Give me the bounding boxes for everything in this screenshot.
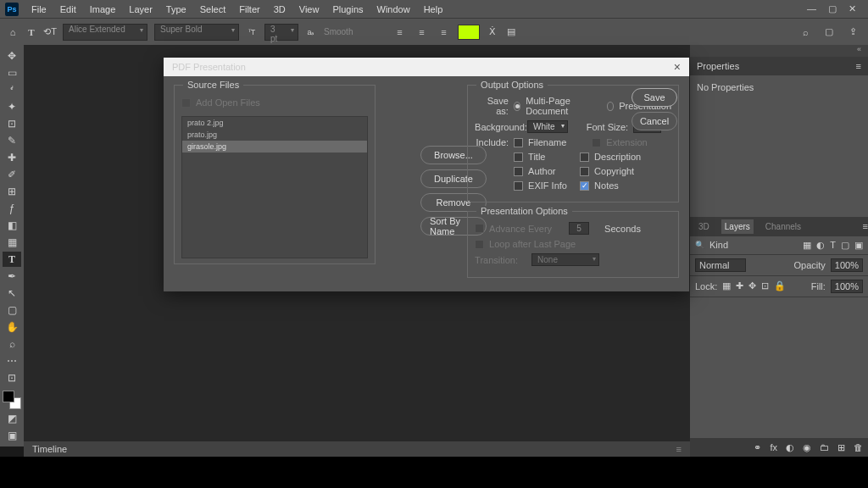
- mask-icon[interactable]: ◐: [786, 442, 794, 453]
- filter-adj-icon[interactable]: ◐: [816, 240, 825, 251]
- gradient-tool[interactable]: ▦: [3, 235, 21, 250]
- align-center-icon[interactable]: ≡: [414, 25, 429, 40]
- menu-layer[interactable]: Layer: [123, 3, 159, 16]
- stamp-tool[interactable]: ⊞: [3, 184, 21, 199]
- minimize-icon[interactable]: —: [807, 3, 816, 14]
- menu-view[interactable]: View: [293, 3, 326, 16]
- description-checkbox[interactable]: [580, 152, 589, 162]
- dialog-close-icon[interactable]: ×: [674, 60, 681, 74]
- search-icon[interactable]: ⌕: [799, 26, 811, 38]
- eraser-tool[interactable]: ◧: [3, 218, 21, 233]
- layer-filter-row: 🔍 Kind ▦ ◐ T ▢ ▣: [690, 236, 868, 255]
- screenmode-icon[interactable]: ▣: [3, 428, 21, 443]
- filename-checkbox[interactable]: [514, 138, 523, 147]
- properties-panel-header[interactable]: Properties ≡: [690, 57, 868, 75]
- workspaces-icon[interactable]: ▢: [823, 26, 835, 38]
- fx-icon[interactable]: fx: [770, 442, 777, 452]
- tab-layers[interactable]: Layers: [721, 219, 754, 234]
- timeline-panel[interactable]: Timeline ≡: [24, 441, 690, 457]
- type-tool[interactable]: T: [3, 252, 21, 267]
- filter-shape-icon[interactable]: ▢: [841, 240, 849, 251]
- notes-checkbox[interactable]: [580, 181, 589, 191]
- menu-edit[interactable]: Edit: [54, 3, 82, 16]
- history-tool[interactable]: ƒ: [3, 201, 21, 216]
- crop-tool[interactable]: ⊡: [3, 116, 21, 131]
- lasso-tool[interactable]: ᔊ: [3, 82, 21, 97]
- shape-tool[interactable]: ▢: [3, 302, 21, 318]
- zoom-tool[interactable]: ⌕: [3, 336, 21, 352]
- edit-toolbar[interactable]: ⊡: [3, 370, 21, 385]
- opacity-input[interactable]: 100%: [831, 258, 863, 272]
- save-button[interactable]: Save: [632, 88, 677, 107]
- menu-image[interactable]: Image: [84, 3, 122, 16]
- lock-pos-icon[interactable]: ✚: [736, 280, 743, 291]
- menu-window[interactable]: Window: [371, 3, 416, 16]
- char-panel-icon[interactable]: ▤: [505, 26, 517, 38]
- new-icon[interactable]: ⊞: [837, 442, 845, 453]
- menu-3d[interactable]: 3D: [268, 3, 292, 16]
- file-item[interactable]: prato 2.jpg: [182, 117, 367, 129]
- menu-select[interactable]: Select: [194, 3, 232, 16]
- aa-select[interactable]: Smooth: [324, 27, 353, 36]
- healing-tool[interactable]: ✚: [3, 150, 21, 165]
- warp-text-icon[interactable]: Ẋ: [487, 26, 498, 38]
- lock-pix-icon[interactable]: ✥: [748, 280, 756, 291]
- text-orientation-icon[interactable]: ⟲T: [44, 26, 56, 38]
- align-left-icon[interactable]: ≡: [392, 25, 407, 40]
- blend-mode-select[interactable]: Normal: [695, 258, 746, 272]
- menu-filter[interactable]: Filter: [233, 3, 265, 16]
- filter-smart-icon[interactable]: ▣: [854, 240, 863, 251]
- brush-tool[interactable]: ✐: [3, 167, 21, 182]
- font-weight-select[interactable]: Super Bold: [154, 24, 239, 41]
- pen-tool[interactable]: ✒: [3, 269, 21, 284]
- presentation-radio[interactable]: [607, 102, 614, 111]
- timeline-menu-icon[interactable]: ≡: [676, 444, 682, 454]
- move-tool[interactable]: ✥: [3, 48, 21, 64]
- lock-all-icon[interactable]: ▦: [722, 280, 731, 291]
- lock-icon[interactable]: 🔒: [774, 280, 786, 291]
- multipage-radio[interactable]: [514, 102, 520, 111]
- menu-type[interactable]: Type: [160, 3, 192, 16]
- lock-nest-icon[interactable]: ⊡: [761, 280, 769, 291]
- maximize-icon[interactable]: ▢: [828, 3, 837, 14]
- menu-help[interactable]: Help: [418, 3, 449, 16]
- file-item[interactable]: prato.jpg: [182, 129, 367, 141]
- exif-checkbox[interactable]: [514, 181, 523, 191]
- filter-type-icon[interactable]: T: [830, 240, 836, 250]
- panel-menu-icon[interactable]: ≡: [856, 61, 861, 71]
- trash-icon[interactable]: 🗑: [854, 442, 863, 452]
- cancel-button[interactable]: Cancel: [632, 112, 677, 130]
- font-family-select[interactable]: Alice Extended: [63, 24, 147, 41]
- more-tool[interactable]: ⋯: [3, 353, 21, 369]
- share-icon[interactable]: ⇪: [847, 26, 859, 38]
- quickmask-icon[interactable]: ◩: [3, 411, 21, 426]
- text-color-swatch[interactable]: [458, 25, 480, 40]
- link-icon[interactable]: ⚭: [754, 442, 761, 453]
- eyedropper-tool[interactable]: ✎: [3, 133, 21, 148]
- filter-pixel-icon[interactable]: ▦: [803, 240, 811, 251]
- adj-icon[interactable]: ◉: [803, 442, 811, 453]
- background-select[interactable]: White: [527, 120, 568, 133]
- tab-channels[interactable]: Channels: [762, 219, 804, 234]
- author-checkbox[interactable]: [514, 167, 523, 176]
- menu-file[interactable]: File: [25, 3, 53, 16]
- hand-tool[interactable]: ✋: [3, 319, 21, 335]
- tab-3d[interactable]: 3D: [695, 219, 713, 234]
- home-icon[interactable]: ⌂: [7, 26, 19, 38]
- group-icon[interactable]: 🗀: [820, 442, 829, 452]
- path-tool[interactable]: ↖: [3, 286, 21, 301]
- close-icon[interactable]: ✕: [849, 3, 856, 14]
- font-size-select[interactable]: 3 pt: [264, 24, 298, 41]
- file-item[interactable]: girasole.jpg: [182, 141, 367, 152]
- color-wells[interactable]: [3, 391, 21, 409]
- marquee-tool[interactable]: ▭: [3, 65, 21, 80]
- wand-tool[interactable]: ✦: [3, 99, 21, 114]
- fill-input[interactable]: 100%: [831, 280, 863, 293]
- source-file-list[interactable]: prato 2.jpg prato.jpg girasole.jpg: [181, 116, 368, 258]
- panel-menu-icon[interactable]: ≡: [863, 221, 868, 231]
- menu-plugins[interactable]: Plugins: [326, 3, 369, 16]
- copyright-checkbox[interactable]: [580, 167, 589, 176]
- panel-collapse-icon[interactable]: «: [690, 45, 868, 57]
- align-right-icon[interactable]: ≡: [436, 25, 451, 40]
- title-checkbox[interactable]: [514, 152, 523, 162]
